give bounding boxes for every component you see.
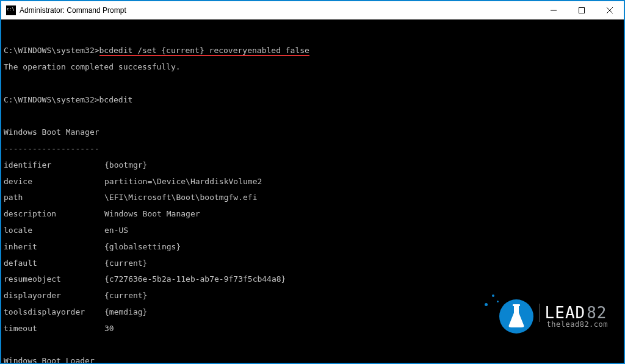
key: displayorder bbox=[4, 291, 104, 299]
maximize-button[interactable] bbox=[568, 1, 596, 20]
output-row: resumeobject{c727636e-5b2a-11eb-ab7e-9f7… bbox=[4, 275, 624, 283]
key: description bbox=[4, 210, 104, 218]
close-button[interactable] bbox=[596, 1, 624, 20]
key: identifier bbox=[4, 161, 104, 169]
window-title: Administrator: Command Prompt bbox=[20, 6, 126, 15]
value: {memdiag} bbox=[104, 308, 624, 316]
svg-rect-1 bbox=[579, 7, 585, 13]
output-line bbox=[4, 30, 624, 38]
output-row: path\EFI\Microsoft\Boot\bootmgfw.efi bbox=[4, 193, 624, 201]
output-line: C:\WINDOWS\system32>bcdedit bbox=[4, 96, 624, 104]
value: Windows Boot Manager bbox=[104, 210, 624, 218]
key: path bbox=[4, 193, 104, 201]
output-line bbox=[4, 79, 624, 87]
value: partition=\Device\HarddiskVolume2 bbox=[104, 177, 624, 185]
key: resumeobject bbox=[4, 275, 104, 283]
key: timeout bbox=[4, 324, 104, 332]
section-heading: Windows Boot Loader bbox=[4, 357, 624, 363]
output-row: default{current} bbox=[4, 259, 624, 267]
output-row: toolsdisplayorder{memdiag} bbox=[4, 308, 624, 316]
output-row: displayorder{current} bbox=[4, 291, 624, 299]
key: device bbox=[4, 177, 104, 185]
output-row: identifier{bootmgr} bbox=[4, 161, 624, 169]
key: locale bbox=[4, 226, 104, 234]
output-line bbox=[4, 112, 624, 120]
output-line: The operation completed successfully. bbox=[4, 63, 624, 71]
output-row: localeen-US bbox=[4, 226, 624, 234]
key: default bbox=[4, 259, 104, 267]
output-row: devicepartition=\Device\HarddiskVolume2 bbox=[4, 177, 624, 185]
minimize-button[interactable] bbox=[540, 1, 568, 20]
value: 30 bbox=[104, 324, 624, 332]
value: \EFI\Microsoft\Boot\bootmgfw.efi bbox=[104, 193, 624, 201]
key: toolsdisplayorder bbox=[4, 308, 104, 316]
output-line: C:\WINDOWS\system32>bcdedit /set {curren… bbox=[4, 46, 624, 54]
value: en-US bbox=[104, 226, 624, 234]
value: {globalsettings} bbox=[104, 243, 624, 251]
cmd-icon bbox=[6, 5, 16, 15]
key: inherit bbox=[4, 243, 104, 251]
value: {current} bbox=[104, 291, 624, 299]
output-row: timeout30 bbox=[4, 324, 624, 332]
value: {c727636e-5b2a-11eb-ab7e-9f73f5cb44a8} bbox=[104, 275, 624, 283]
command-prompt-window: Administrator: Command Prompt C:\WINDOWS… bbox=[1, 1, 624, 363]
svg-rect-4 bbox=[513, 304, 520, 306]
output-row: descriptionWindows Boot Manager bbox=[4, 210, 624, 218]
highlighted-command: bcdedit /set {current} recoveryenabled f… bbox=[99, 46, 309, 55]
titlebar[interactable]: Administrator: Command Prompt bbox=[1, 1, 624, 20]
value: {current} bbox=[104, 259, 624, 267]
section-divider: -------------------- bbox=[4, 145, 624, 152]
value: {bootmgr} bbox=[104, 161, 624, 169]
output-line bbox=[4, 341, 624, 349]
section-heading: Windows Boot Manager bbox=[4, 128, 624, 136]
prompt-text: C:\WINDOWS\system32> bbox=[4, 46, 99, 55]
terminal-output[interactable]: C:\WINDOWS\system32>bcdedit /set {curren… bbox=[1, 20, 624, 363]
output-row: inherit{globalsettings} bbox=[4, 243, 624, 251]
